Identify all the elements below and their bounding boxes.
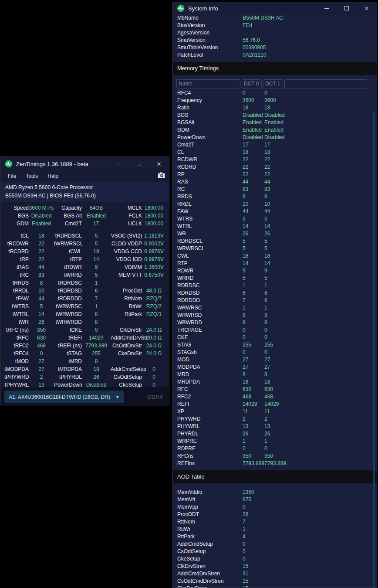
timing-label: FCLK bbox=[111, 212, 142, 220]
timing-label: VDIMM bbox=[111, 263, 142, 271]
timing-label: tFAW bbox=[4, 295, 29, 302]
close-button[interactable]: ✕ bbox=[149, 157, 169, 171]
minimize-button[interactable] bbox=[317, 2, 337, 14]
table-row: RFC4 0 0 bbox=[173, 89, 377, 97]
table-row: XP 11 11 bbox=[173, 408, 377, 415]
timing-dct0-value: 83 bbox=[243, 186, 264, 193]
close-button[interactable]: ✕ bbox=[357, 2, 377, 14]
table-row: CkeSetup 0 bbox=[173, 555, 377, 563]
table-row: BGSAlt Enabled Enabled bbox=[173, 119, 377, 126]
timing-name: BGS bbox=[177, 112, 243, 119]
maximize-button[interactable] bbox=[129, 157, 149, 171]
table-row: RFC 630 630 bbox=[173, 386, 377, 393]
timings-row: tRFC (ns) 350 tCKE 0 ClkDrvStr 24.0 Ω bbox=[1, 326, 169, 334]
timing-name: CWL bbox=[177, 252, 243, 260]
table-row: BGS Disabled Disabled bbox=[173, 112, 377, 119]
column-header-name[interactable]: Name bbox=[176, 79, 240, 88]
timing-name: RDPRE bbox=[177, 445, 243, 452]
table-row: MRDPDA 18 18 bbox=[173, 378, 377, 386]
menu-item[interactable]: Help bbox=[43, 171, 63, 181]
timing-value: 0.6750V bbox=[142, 271, 166, 279]
timing-value: 22 bbox=[29, 240, 54, 248]
table-row: REFI 14029 14029 bbox=[173, 401, 377, 408]
timing-name: PHYWRD bbox=[177, 415, 243, 423]
menu-item[interactable]: File bbox=[3, 171, 21, 181]
table-row: MRD 8 8 bbox=[173, 371, 377, 378]
system-info-titlebar[interactable]: System Info ✕ bbox=[173, 2, 377, 14]
timing-name: GDM bbox=[177, 126, 243, 134]
timing-label: tRRDL bbox=[4, 287, 29, 295]
timing-dct0-value: 0 bbox=[243, 89, 264, 97]
aod-table: MemVddio 1350 MemVtt 675 MemVpp 0 ProcOD… bbox=[173, 489, 377, 588]
minimize-button[interactable] bbox=[109, 157, 129, 171]
timing-dct1-value: 0 bbox=[264, 334, 286, 341]
timing-name: RCDWR bbox=[177, 156, 243, 163]
menu-item[interactable]: Tools bbox=[21, 171, 43, 181]
timing-name: WRPRE bbox=[177, 438, 243, 445]
timing-dct0-value: 26 bbox=[243, 230, 264, 238]
timing-dct1-value: 0 bbox=[264, 349, 286, 356]
timing-dct1-value: 14 bbox=[264, 223, 286, 230]
timing-dct0-value: 8 bbox=[243, 371, 264, 378]
timing-label: tRFC (ns) bbox=[4, 326, 29, 334]
table-row: AddrCmdSetup 0 bbox=[173, 540, 377, 548]
table-row: WTRS 5 5 bbox=[173, 215, 377, 223]
zentimings-titlebar[interactable]: ZenTimings 1.36.1889 - beta ✕ bbox=[1, 157, 169, 171]
timing-name: RRDL bbox=[177, 201, 243, 208]
aod-name: CsOdtCmdDrvStren bbox=[177, 578, 243, 585]
menubar: File Tools Help bbox=[1, 171, 169, 181]
timing-value: 20.0 Ω bbox=[142, 334, 166, 342]
timing-value: 14029 bbox=[82, 334, 111, 342]
timing-label: tRDWR bbox=[54, 263, 82, 271]
timing-dct1-value: 22 bbox=[264, 171, 286, 178]
table-row: STAGsb 0 0 bbox=[173, 349, 377, 356]
timing-value: 48.0 Ω bbox=[142, 287, 166, 295]
timing-value: 5 bbox=[29, 302, 54, 310]
column-header-dct1[interactable]: DCT 1 bbox=[263, 79, 283, 88]
timing-label bbox=[111, 357, 142, 365]
chevron-down-icon: ▼ bbox=[115, 395, 119, 399]
timing-label: tRFC2 bbox=[4, 342, 29, 350]
table-row: Frequency 3600 3600 bbox=[173, 97, 377, 104]
aod-name: CkeDrvStren bbox=[177, 585, 243, 588]
screenshot-button[interactable] bbox=[158, 172, 165, 178]
maximize-button[interactable] bbox=[337, 2, 357, 14]
timing-value: 350 bbox=[29, 326, 54, 334]
aod-name: RttWr bbox=[177, 526, 243, 533]
timing-label: tWRWRDD bbox=[54, 318, 82, 326]
timing-dct1-value: 27 bbox=[264, 364, 286, 371]
timing-name: WTRL bbox=[177, 223, 243, 230]
timing-dct0-value: 255 bbox=[243, 341, 264, 349]
timing-label: CsOdtDrvStr bbox=[111, 342, 142, 350]
column-header-dct0[interactable]: DCT 0 bbox=[242, 79, 262, 88]
dimm-select-dropdown[interactable]: A1: AX4U360016G18I-DTWHD (16GB, DR) ▼ bbox=[4, 391, 124, 403]
timing-label: ClkDrvStr bbox=[111, 326, 142, 334]
timing-label: MCLK bbox=[111, 204, 142, 212]
info-label: MbName bbox=[177, 14, 243, 22]
timing-label: AddrCmdSetup bbox=[111, 365, 142, 373]
info-row: AgesaVersion bbox=[173, 29, 377, 37]
memory-timings-section-header: Memory Timings bbox=[173, 62, 377, 75]
timing-label: tWRWRSC bbox=[54, 302, 82, 310]
aod-name: CkeSetup bbox=[177, 555, 243, 563]
table-row: PHYRDL 26 26 bbox=[173, 430, 377, 438]
timings-row: tRRDS 8 tRDRDSC 1 bbox=[1, 279, 169, 287]
timing-dct1-value: 8 bbox=[264, 319, 286, 326]
aod-name: RttNom bbox=[177, 518, 243, 526]
aod-value: 0 bbox=[243, 503, 264, 511]
info-row: MbName B550M DS3H AC bbox=[173, 14, 377, 22]
aod-value: 675 bbox=[243, 496, 264, 503]
table-row: WTRL 14 14 bbox=[173, 223, 377, 230]
timing-name: WRWRSC bbox=[177, 304, 243, 312]
table-row: CKE 0 0 bbox=[173, 334, 377, 341]
timing-dct1-value: 22 bbox=[264, 163, 286, 171]
timing-value: 10 bbox=[29, 287, 54, 295]
vertical-scrollbar[interactable] bbox=[373, 112, 375, 588]
timing-label: tSTAG bbox=[54, 350, 82, 357]
timing-dct0-value: 630 bbox=[243, 386, 264, 393]
minimize-icon bbox=[324, 8, 329, 9]
timing-name: PowerDown bbox=[177, 134, 243, 141]
aod-value: 1 bbox=[243, 526, 264, 533]
timing-name: RDRDSC bbox=[177, 282, 243, 289]
aod-value: 31 bbox=[243, 570, 264, 578]
